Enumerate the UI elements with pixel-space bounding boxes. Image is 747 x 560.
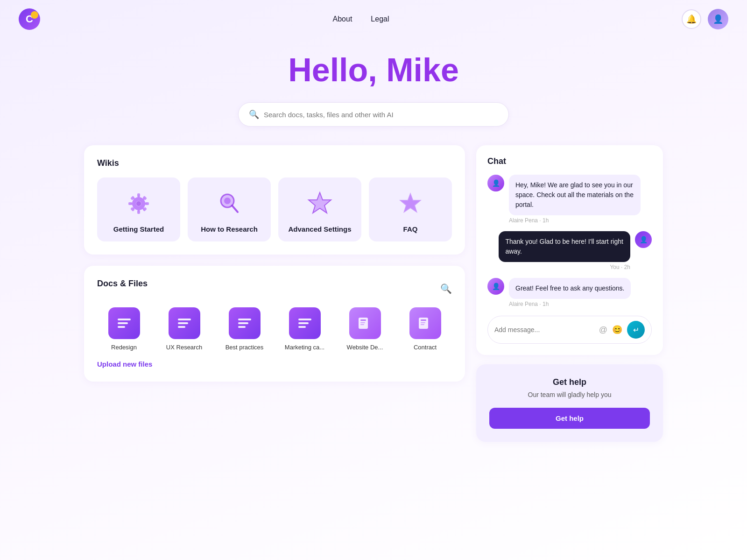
navbar: About Legal 🔔 👤 — [0, 0, 747, 38]
gear-icon — [124, 189, 154, 219]
hero-section: Hello, Mike 🔍 — [0, 38, 747, 145]
search-icon: 🔍 — [249, 109, 259, 120]
logo[interactable] — [19, 8, 40, 30]
get-help-button[interactable]: Get help — [489, 408, 650, 429]
file-label-ux-research: UX Research — [166, 344, 202, 351]
svg-rect-36 — [421, 319, 426, 321]
chat-message-3: 👤 Great! Feel free to ask any questions.… — [487, 278, 652, 307]
svg-point-2 — [136, 201, 141, 206]
help-subtitle: Our team will gladly help you — [489, 391, 650, 398]
star2-icon — [395, 189, 425, 219]
file-best-practices[interactable]: Best practices — [218, 307, 271, 351]
svg-rect-29 — [298, 322, 309, 324]
file-icon-best-practices — [229, 307, 261, 339]
search-input[interactable] — [264, 111, 498, 119]
star-icon — [305, 189, 335, 219]
nav-legal[interactable]: Legal — [371, 15, 389, 23]
chat-bubble-2: Thank you! Glad to be here! I'll start r… — [499, 231, 630, 262]
svg-rect-3 — [137, 193, 140, 197]
svg-rect-23 — [178, 322, 188, 324]
svg-rect-20 — [118, 322, 128, 324]
svg-marker-18 — [401, 194, 420, 212]
files-grid: Redesign UX Research — [97, 307, 452, 351]
file-marketing[interactable]: Marketing ca... — [278, 307, 331, 351]
chat-avatar-own: 👤 — [635, 231, 652, 248]
logo-dot — [31, 11, 38, 19]
file-ux-research[interactable]: UX Research — [157, 307, 211, 351]
search-bar: 🔍 — [238, 102, 509, 127]
hero-title: Hello, Mike — [0, 52, 747, 88]
send-button[interactable]: ↵ — [627, 321, 645, 339]
svg-rect-30 — [298, 326, 306, 328]
wiki-how-to-research-label: How to Research — [201, 225, 258, 233]
docs-title: Docs & Files — [97, 279, 148, 289]
left-column: Wikis — [84, 145, 465, 442]
file-icon-contract — [409, 307, 441, 339]
wiki-getting-started-label: Getting Started — [113, 225, 164, 233]
chat-input[interactable] — [494, 326, 594, 333]
hero-name: Mike — [386, 52, 459, 88]
wiki-advanced-settings-label: Advanced Settings — [288, 225, 351, 233]
chat-avatar-alaire-1: 👤 — [487, 175, 504, 191]
svg-rect-22 — [178, 319, 191, 320]
svg-line-14 — [232, 206, 238, 212]
upload-files-link[interactable]: Upload new files — [97, 360, 152, 368]
chat-message-2: 👤 Thank you! Glad to be here! I'll start… — [487, 231, 652, 270]
wiki-advanced-settings[interactable]: Advanced Settings — [278, 177, 361, 241]
svg-rect-26 — [238, 322, 248, 324]
chat-title: Chat — [487, 156, 652, 166]
svg-rect-33 — [360, 322, 365, 323]
chat-bubble-wrap-2: Thank you! Glad to be here! I'll start r… — [499, 231, 630, 270]
file-label-website: Website De... — [347, 344, 383, 351]
file-redesign[interactable]: Redesign — [97, 307, 151, 351]
file-label-redesign: Redesign — [111, 344, 137, 351]
svg-rect-5 — [128, 202, 132, 205]
wiki-how-to-research[interactable]: How to Research — [188, 177, 271, 241]
help-title: Get help — [489, 377, 650, 387]
docs-search-button[interactable]: 🔍 — [440, 283, 452, 294]
svg-rect-19 — [118, 319, 131, 320]
nav-about[interactable]: About — [333, 15, 352, 23]
file-contract[interactable]: Contract — [398, 307, 452, 351]
wikis-title: Wikis — [97, 158, 452, 168]
wiki-faq[interactable]: FAQ — [369, 177, 452, 241]
svg-rect-25 — [238, 319, 251, 320]
wikis-card: Wikis — [84, 145, 465, 255]
wiki-faq-label: FAQ — [403, 225, 418, 233]
file-icon-redesign — [108, 307, 140, 339]
svg-rect-32 — [360, 319, 366, 321]
help-card: Get help Our team will gladly help you G… — [476, 364, 663, 442]
nav-actions: 🔔 👤 — [682, 9, 728, 29]
svg-rect-27 — [238, 326, 246, 328]
svg-rect-38 — [421, 324, 424, 325]
chat-bubble-3: Great! Feel free to ask any questions. — [509, 278, 631, 299]
main-content: Wikis — [65, 145, 682, 461]
search-bubble-icon — [214, 189, 244, 219]
at-mention-button[interactable]: @ — [599, 325, 607, 335]
chat-avatar-alaire-3: 👤 — [487, 278, 504, 295]
user-avatar[interactable]: 👤 — [708, 9, 728, 29]
docs-card: Docs & Files 🔍 Redesign — [84, 266, 465, 382]
chat-bubble-1: Hey, Mike! We are glad to see you in our… — [509, 175, 641, 215]
chat-card: Chat 👤 Hey, Mike! We are glad to see you… — [476, 145, 663, 355]
chat-message-1: 👤 Hey, Mike! We are glad to see you in o… — [487, 175, 652, 224]
wiki-getting-started[interactable]: Getting Started — [97, 177, 180, 241]
svg-rect-37 — [421, 322, 425, 323]
chat-input-wrap: @ 😊 ↵ — [487, 316, 652, 344]
file-label-contract: Contract — [414, 344, 437, 351]
svg-point-13 — [224, 198, 231, 204]
svg-rect-24 — [178, 326, 185, 328]
svg-rect-28 — [298, 319, 311, 320]
svg-rect-34 — [360, 324, 364, 325]
svg-rect-21 — [118, 326, 125, 328]
file-website[interactable]: Website De... — [338, 307, 392, 351]
chat-meta-1: Alaire Pena · 1h — [509, 217, 641, 224]
emoji-button[interactable]: 😊 — [612, 325, 622, 335]
notification-bell[interactable]: 🔔 — [682, 9, 701, 29]
hero-greeting: Hello, — [288, 52, 386, 88]
chat-meta-3: Alaire Pena · 1h — [509, 301, 631, 307]
file-label-marketing: Marketing ca... — [285, 344, 324, 351]
svg-rect-4 — [137, 210, 140, 214]
right-column: Chat 👤 Hey, Mike! We are glad to see you… — [476, 145, 663, 442]
chat-bubble-wrap-3: Great! Feel free to ask any questions. A… — [509, 278, 631, 307]
